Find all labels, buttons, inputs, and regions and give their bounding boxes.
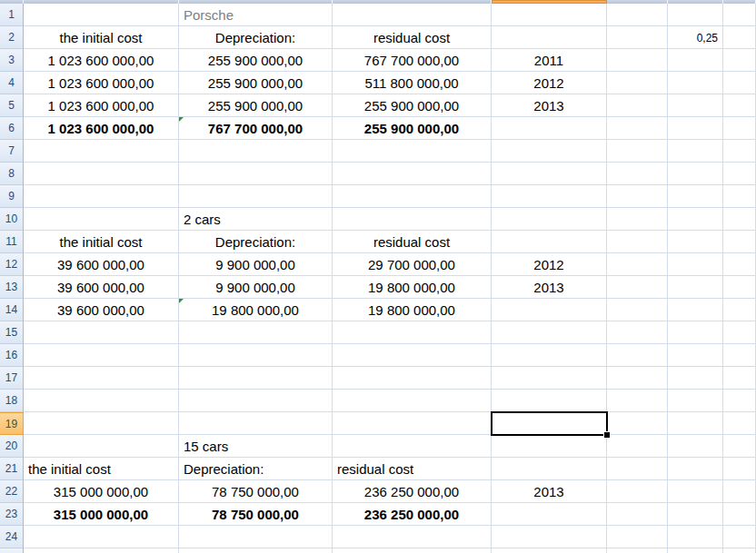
cell-A2[interactable]: the initial cost — [24, 26, 179, 49]
cell-C5[interactable]: 255 900 000,00 — [333, 94, 492, 117]
cell-G1[interactable] — [723, 4, 756, 26]
cell-B20[interactable]: 15 cars — [179, 435, 333, 458]
cell-C6[interactable]: 255 900 000,00 — [333, 117, 492, 140]
cell-D13[interactable]: 2013 — [492, 276, 607, 299]
cell-E4[interactable] — [607, 72, 668, 94]
cell-A16[interactable] — [24, 344, 179, 367]
cell-B19[interactable] — [179, 412, 333, 435]
row-header-10[interactable]: 10 — [0, 208, 24, 231]
cell-G4[interactable] — [723, 72, 756, 94]
cell-E3[interactable] — [607, 49, 668, 72]
row-header-4[interactable]: 4 — [0, 72, 24, 94]
cell-G11[interactable] — [723, 231, 756, 253]
row-header-14[interactable]: 14 — [0, 299, 24, 321]
cell-G9[interactable] — [723, 185, 756, 208]
cell-E18[interactable] — [607, 390, 668, 412]
cell-E1[interactable] — [607, 4, 668, 26]
fill-handle[interactable] — [603, 431, 610, 438]
cell-E8[interactable] — [607, 163, 668, 185]
row-header-11[interactable]: 11 — [0, 231, 24, 253]
cell-E11[interactable] — [607, 231, 668, 253]
cell-G25[interactable] — [723, 548, 756, 553]
cell-D17[interactable] — [492, 367, 607, 390]
cell-D20[interactable] — [492, 435, 607, 458]
cell-D1[interactable] — [492, 4, 607, 26]
cell-F12[interactable] — [668, 253, 723, 276]
cell-D19[interactable] — [492, 412, 607, 435]
cell-G23[interactable] — [723, 503, 756, 526]
cell-A18[interactable] — [24, 390, 179, 412]
cell-E6[interactable] — [607, 117, 668, 140]
cell-A13[interactable]: 39 600 000,00 — [24, 276, 179, 299]
row-header-18[interactable]: 18 — [0, 390, 24, 412]
cell-C23[interactable]: 236 250 000,00 — [333, 503, 492, 526]
cell-D11[interactable] — [492, 231, 607, 253]
cell-A17[interactable] — [24, 367, 179, 390]
cell-F9[interactable] — [668, 185, 723, 208]
cell-E24[interactable] — [607, 526, 668, 548]
row-header-17[interactable]: 17 — [0, 367, 24, 390]
cell-C24[interactable] — [333, 526, 492, 548]
cell-G10[interactable] — [723, 208, 756, 231]
row-header-12[interactable]: 12 — [0, 253, 24, 276]
cell-G13[interactable] — [723, 276, 756, 299]
cell-D24[interactable] — [492, 526, 607, 548]
row-header-22[interactable]: 22 — [0, 480, 24, 503]
cell-F18[interactable] — [668, 390, 723, 412]
cell-B12[interactable]: 9 900 000,00 — [179, 253, 333, 276]
cell-A22[interactable]: 315 000 000,00 — [24, 480, 179, 503]
cell-D7[interactable] — [492, 140, 607, 163]
cell-D25[interactable] — [492, 548, 607, 553]
cell-C8[interactable] — [333, 163, 492, 185]
cell-C19[interactable] — [333, 412, 492, 435]
row-header-7[interactable]: 7 — [0, 140, 24, 163]
cell-D22[interactable]: 2013 — [492, 480, 607, 503]
cell-G21[interactable] — [723, 458, 756, 480]
cell-B14[interactable]: 19 800 000,00 — [179, 299, 333, 321]
cell-A12[interactable]: 39 600 000,00 — [24, 253, 179, 276]
cell-E2[interactable] — [607, 26, 668, 49]
cell-E12[interactable] — [607, 253, 668, 276]
cell-B11[interactable]: Depreciation: — [179, 231, 333, 253]
cell-F17[interactable] — [668, 367, 723, 390]
cell-G16[interactable] — [723, 344, 756, 367]
cell-F20[interactable] — [668, 435, 723, 458]
cell-B1[interactable]: Porsche — [179, 4, 333, 26]
row-header-13[interactable]: 13 — [0, 276, 24, 299]
row-header-25[interactable]: 25 — [0, 548, 24, 553]
cell-G2[interactable] — [723, 26, 756, 49]
cell-E23[interactable] — [607, 503, 668, 526]
cell-A6[interactable]: 1 023 600 000,00 — [24, 117, 179, 140]
cell-D21[interactable] — [492, 458, 607, 480]
cell-C21[interactable]: residual cost — [333, 458, 492, 480]
cell-D8[interactable] — [492, 163, 607, 185]
row-header-24[interactable]: 24 — [0, 526, 24, 548]
cell-D10[interactable] — [492, 208, 607, 231]
cell-B7[interactable] — [179, 140, 333, 163]
cell-C15[interactable] — [333, 321, 492, 344]
cell-F3[interactable] — [668, 49, 723, 72]
cell-G7[interactable] — [723, 140, 756, 163]
cell-D18[interactable] — [492, 390, 607, 412]
row-header-5[interactable]: 5 — [0, 94, 24, 117]
cell-C4[interactable]: 511 800 000,00 — [333, 72, 492, 94]
cell-D9[interactable] — [492, 185, 607, 208]
cell-F19[interactable] — [668, 412, 723, 435]
cell-B18[interactable] — [179, 390, 333, 412]
cell-F16[interactable] — [668, 344, 723, 367]
cell-C9[interactable] — [333, 185, 492, 208]
cell-F22[interactable] — [668, 480, 723, 503]
cell-C22[interactable]: 236 250 000,00 — [333, 480, 492, 503]
cell-E13[interactable] — [607, 276, 668, 299]
cell-C17[interactable] — [333, 367, 492, 390]
cell-B16[interactable] — [179, 344, 333, 367]
cell-A10[interactable] — [24, 208, 179, 231]
cell-E10[interactable] — [607, 208, 668, 231]
cell-C3[interactable]: 767 700 000,00 — [333, 49, 492, 72]
cell-B6[interactable]: 767 700 000,00 — [179, 117, 333, 140]
cell-B13[interactable]: 9 900 000,00 — [179, 276, 333, 299]
row-header-19[interactable]: 19 — [0, 412, 24, 435]
cell-B22[interactable]: 78 750 000,00 — [179, 480, 333, 503]
cell-B21[interactable]: Depreciation: — [179, 458, 333, 480]
row-header-23[interactable]: 23 — [0, 503, 24, 526]
